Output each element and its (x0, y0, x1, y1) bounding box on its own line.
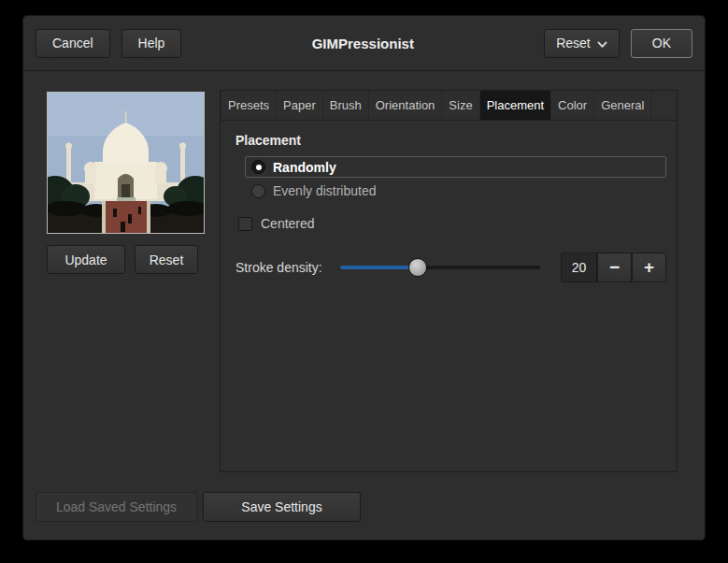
tab-paper[interactable]: Paper (277, 91, 323, 120)
cancel-button[interactable]: Cancel (36, 29, 110, 58)
update-button[interactable]: Update (47, 245, 125, 274)
dialog-title: GIMPressionist (193, 36, 533, 51)
reset-dropdown-button[interactable]: Reset (544, 29, 620, 58)
tab-bar: Presets Paper Brush Orientation Size Pla… (221, 91, 677, 121)
radio-row-randomly[interactable]: Randomly (245, 156, 666, 178)
tab-placement[interactable]: Placement (480, 91, 551, 120)
load-saved-settings-button[interactable]: Load Saved Settings (36, 492, 197, 522)
preview-reset-button[interactable]: Reset (135, 245, 198, 274)
centered-label: Centered (261, 216, 315, 231)
help-button[interactable]: Help (121, 29, 182, 58)
preview-frame (47, 92, 205, 234)
placement-heading: Placement (236, 133, 301, 148)
header-bar: Cancel Help GIMPressionist Reset OK (23, 16, 705, 71)
gimpressionist-dialog: Cancel Help GIMPressionist Reset OK (22, 15, 706, 541)
radio-row-evenly-distributed[interactable]: Evenly distributed (251, 181, 377, 200)
chevron-down-icon (597, 36, 607, 51)
radio-evenly-label: Evenly distributed (273, 183, 377, 198)
preview-image (48, 93, 204, 233)
stroke-density-increment-button[interactable]: + (632, 253, 666, 282)
stroke-density-value-field[interactable]: 20 (561, 253, 597, 282)
radio-evenly-unselected-icon[interactable] (251, 184, 265, 198)
radio-randomly-selected-icon[interactable] (251, 160, 265, 174)
radio-randomly-label: Randomly (273, 160, 336, 175)
stroke-density-decrement-button[interactable]: − (597, 253, 632, 282)
stroke-density-slider-track[interactable] (340, 266, 540, 269)
tab-size[interactable]: Size (442, 91, 479, 120)
stroke-density-slider-fill (340, 266, 418, 269)
settings-notebook: Presets Paper Brush Orientation Size Pla… (220, 90, 678, 472)
stroke-density-slider-handle[interactable] (408, 258, 427, 277)
tab-presets[interactable]: Presets (221, 91, 277, 120)
ok-button[interactable]: OK (631, 29, 692, 58)
tab-general[interactable]: General (594, 91, 651, 120)
stroke-density-label: Stroke density: (236, 253, 322, 283)
centered-checkbox[interactable] (238, 217, 252, 231)
save-settings-button[interactable]: Save Settings (203, 492, 361, 522)
reset-dropdown-label: Reset (556, 36, 591, 51)
tab-brush[interactable]: Brush (323, 91, 369, 120)
tab-color[interactable]: Color (551, 91, 594, 120)
tab-orientation[interactable]: Orientation (369, 91, 443, 120)
centered-checkbox-row[interactable]: Centered (238, 214, 315, 233)
